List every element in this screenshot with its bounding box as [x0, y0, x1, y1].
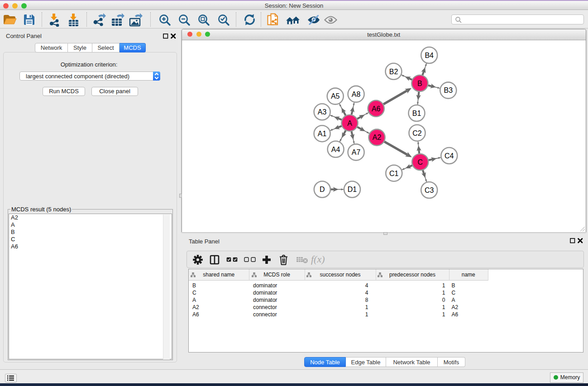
- svg-text:A7: A7: [351, 148, 360, 156]
- svg-text:A3: A3: [317, 108, 326, 116]
- svg-text:D: D: [320, 186, 325, 193]
- svg-text:A1: A1: [317, 130, 326, 138]
- svg-text:A2: A2: [372, 133, 381, 141]
- svg-text:A6: A6: [371, 105, 380, 112]
- svg-text:D1: D1: [347, 186, 357, 193]
- svg-text:C4: C4: [445, 152, 454, 159]
- svg-text:A4: A4: [331, 145, 340, 153]
- svg-text:B2: B2: [389, 67, 398, 75]
- svg-text:C: C: [417, 158, 423, 166]
- svg-text:A5: A5: [330, 92, 339, 100]
- svg-text:B: B: [417, 79, 422, 87]
- svg-text:B3: B3: [444, 86, 453, 94]
- svg-text:C3: C3: [424, 186, 434, 194]
- svg-text:C1: C1: [389, 169, 399, 177]
- svg-text:A8: A8: [351, 90, 360, 98]
- svg-text:C2: C2: [412, 129, 422, 137]
- svg-text:A: A: [347, 119, 352, 127]
- svg-text:B1: B1: [412, 109, 421, 117]
- svg-text:B4: B4: [425, 51, 434, 59]
